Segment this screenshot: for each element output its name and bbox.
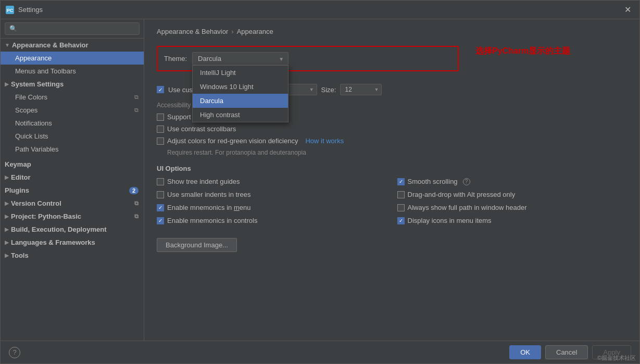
ui-options-title: UI Options xyxy=(157,165,627,172)
smaller-indents-checkbox[interactable] xyxy=(157,191,164,198)
show-tree-indent-checkbox[interactable] xyxy=(157,178,164,185)
bottom-bar: ? OK Cancel Apply xyxy=(1,341,639,363)
sidebar-item-label: Plugins xyxy=(5,186,29,194)
ui-options-grid: Show tree indent guides Use smaller inde… xyxy=(157,178,627,230)
show-tree-indent-row: Show tree indent guides xyxy=(157,178,387,185)
smooth-scrolling-label: Smooth scrolling xyxy=(408,178,458,185)
sidebar-item-notifications[interactable]: Notifications xyxy=(1,117,144,130)
size-select-wrapper: 12 xyxy=(340,84,382,95)
sidebar-item-file-colors[interactable]: File Colors ⧉ xyxy=(1,91,144,104)
expand-arrow: ▶ xyxy=(5,214,9,219)
use-custom-font-checkbox[interactable] xyxy=(157,86,164,93)
full-path-checkbox[interactable] xyxy=(397,204,405,211)
help-button[interactable]: ? xyxy=(9,347,20,358)
drag-drop-checkbox[interactable] xyxy=(397,191,405,198)
sidebar-item-version-control[interactable]: ▶ Version Control ⧉ xyxy=(1,197,144,210)
smaller-indents-label: Use smaller indents in trees xyxy=(167,191,250,198)
sidebar-item-path-variables[interactable]: Path Variables xyxy=(1,143,144,156)
ok-button[interactable]: OK xyxy=(509,345,541,359)
sidebar: ▼ Appearance & Behavior Appearance Menus… xyxy=(1,19,144,341)
mnemonics-menu-checkbox[interactable] xyxy=(157,204,164,211)
mnemonics-controls-label: Enable mnemonics in controls xyxy=(167,217,257,224)
adjust-colors-label: Adjust colors for red-green vision defic… xyxy=(167,137,298,145)
close-button[interactable]: ✕ xyxy=(621,4,634,16)
search-input[interactable] xyxy=(5,22,140,35)
theme-row: Theme: Darcula ▼ IntelliJ Light Windows … xyxy=(157,46,459,71)
sidebar-item-tools[interactable]: ▶ Tools xyxy=(1,249,144,262)
contrast-scrollbars-row: Use contrast scrollbars xyxy=(157,125,627,133)
theme-option-darcula[interactable]: Darcula xyxy=(193,94,288,108)
show-tree-indent-label: Show tree indent guides xyxy=(167,178,240,185)
cancel-button[interactable]: Cancel xyxy=(545,345,588,359)
smaller-indents-row: Use smaller indents in trees xyxy=(157,191,387,198)
theme-option-intellij[interactable]: IntelliJ Light xyxy=(193,66,288,80)
sidebar-item-label: Build, Execution, Deployment xyxy=(11,225,106,233)
smooth-scrolling-help-icon[interactable]: ? xyxy=(463,178,470,185)
sidebar-item-label: Project: Python-Basic xyxy=(11,212,81,220)
display-icons-label: Display icons in menu items xyxy=(408,217,492,224)
breadcrumb-current: Appearance xyxy=(237,28,273,35)
main-panel: Appearance & Behavior › Appearance Theme… xyxy=(144,19,639,341)
drag-drop-row: Drag-and-drop with Alt pressed only xyxy=(397,191,628,198)
sidebar-item-appearance-behavior[interactable]: ▼ Appearance & Behavior xyxy=(1,39,144,52)
display-icons-row: Display icons in menu items xyxy=(397,217,628,224)
size-select[interactable]: 12 xyxy=(340,84,382,95)
background-image-button[interactable]: Background Image... xyxy=(157,238,237,252)
support-screen-readers-checkbox[interactable] xyxy=(157,114,164,121)
sidebar-item-project[interactable]: ▶ Project: Python-Basic ⧉ xyxy=(1,210,144,223)
sidebar-item-editor[interactable]: ▶ Editor xyxy=(1,171,144,184)
expand-arrow: ▶ xyxy=(5,200,9,206)
copy-icon: ⧉ xyxy=(134,107,139,114)
full-path-label: Always show full path in window header xyxy=(408,204,527,211)
smooth-scrolling-checkbox[interactable] xyxy=(397,178,405,185)
theme-option-high-contrast[interactable]: High contrast xyxy=(193,108,288,122)
adjust-colors-sublabel: Requires restart. For protanopia and deu… xyxy=(167,149,627,156)
sidebar-item-build[interactable]: ▶ Build, Execution, Deployment xyxy=(1,223,144,236)
app-icon: PC xyxy=(6,6,14,14)
expand-arrow: ▶ xyxy=(5,253,9,258)
expand-arrow: ▶ xyxy=(5,174,9,180)
sidebar-item-label: Tools xyxy=(11,252,29,259)
expand-arrow: ▶ xyxy=(5,81,9,87)
sidebar-item-label: Path Variables xyxy=(15,145,59,153)
sidebar-item-label: Scopes xyxy=(15,106,37,114)
theme-option-windows10[interactable]: Windows 10 Light xyxy=(193,80,288,94)
title-bar: PC Settings ✕ xyxy=(1,1,639,19)
mnemonics-controls-row: Enable mnemonics in controls xyxy=(157,217,387,224)
mnemonics-menu-row: Enable mnemonics in menu xyxy=(157,204,387,211)
sidebar-item-scopes[interactable]: Scopes ⧉ xyxy=(1,104,144,117)
sidebar-item-label: Appearance xyxy=(15,54,52,62)
expand-arrow: ▶ xyxy=(5,240,9,245)
sidebar-item-appearance[interactable]: Appearance xyxy=(1,52,144,65)
theme-select-button[interactable]: Darcula ▼ xyxy=(192,52,288,65)
sidebar-item-label: Quick Lists xyxy=(15,132,48,140)
settings-window: PC Settings ✕ ▼ Appearance & Behavior Ap… xyxy=(0,0,640,364)
sidebar-item-languages[interactable]: ▶ Languages & Frameworks xyxy=(1,236,144,249)
sidebar-item-label: Version Control xyxy=(11,199,61,207)
sidebar-item-system-settings[interactable]: ▶ System Settings xyxy=(1,78,144,91)
search-bar xyxy=(1,19,144,39)
contrast-scrollbars-checkbox[interactable] xyxy=(157,125,164,133)
ui-options-left: Show tree indent guides Use smaller inde… xyxy=(157,178,387,230)
how-it-works-link[interactable]: How it works xyxy=(305,137,344,145)
nav-section: ▼ Appearance & Behavior Appearance Menus… xyxy=(1,39,144,341)
sidebar-item-label: System Settings xyxy=(11,80,64,88)
adjust-colors-checkbox[interactable] xyxy=(157,137,164,145)
copy-icon: ⧉ xyxy=(134,213,139,220)
theme-label: Theme: xyxy=(164,55,187,62)
dropdown-arrow-icon: ▼ xyxy=(279,56,284,61)
sidebar-item-label: Keymap xyxy=(5,160,31,168)
mnemonics-controls-checkbox[interactable] xyxy=(157,217,164,224)
sidebar-item-label: Appearance & Behavior xyxy=(12,41,89,49)
copy-icon: ⧉ xyxy=(134,200,139,207)
sidebar-item-quick-lists[interactable]: Quick Lists xyxy=(1,130,144,143)
copy-icon: ⧉ xyxy=(134,94,139,101)
watermark: ©掘金技术社区 xyxy=(597,354,636,362)
mnemonics-menu-label: Enable mnemonics in menu xyxy=(167,204,250,211)
window-title: Settings xyxy=(18,6,621,14)
display-icons-checkbox[interactable] xyxy=(397,217,405,224)
sidebar-item-plugins[interactable]: Plugins 2 xyxy=(1,184,144,197)
sidebar-item-menus-toolbars[interactable]: Menus and Toolbars xyxy=(1,65,144,78)
sidebar-item-keymap[interactable]: Keymap xyxy=(1,158,144,171)
size-label: Size: xyxy=(321,86,336,94)
